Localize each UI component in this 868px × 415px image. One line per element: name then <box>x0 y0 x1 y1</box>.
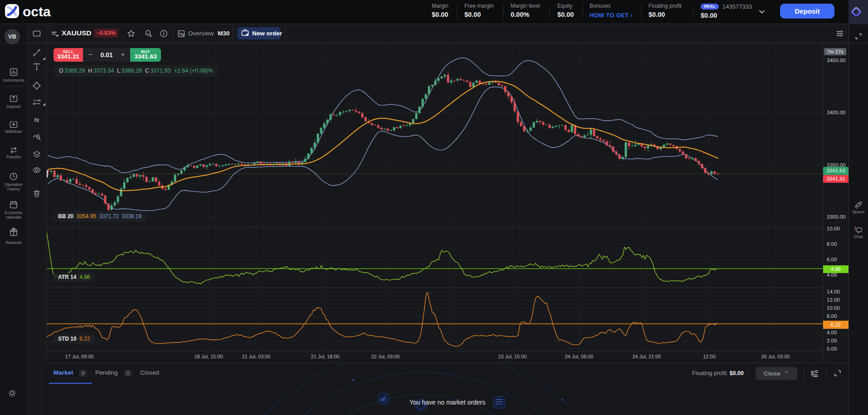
svg-text:fx: fx <box>34 117 39 123</box>
svg-text:octa: octa <box>23 4 51 19</box>
